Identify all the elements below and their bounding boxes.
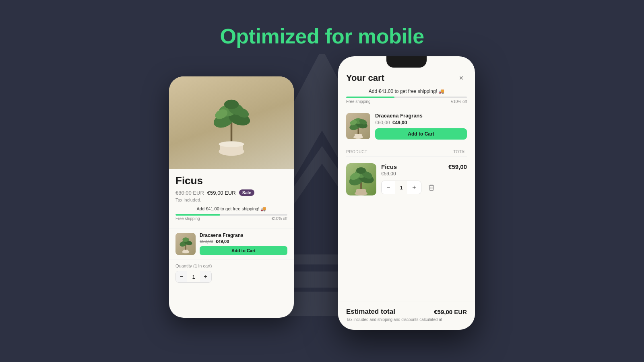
cart-upsell-image <box>346 113 370 139</box>
cart-item-image <box>346 163 376 195</box>
cart-qty-decrease-button[interactable]: − <box>382 181 395 194</box>
cart-table-header: PRODUCT TOTAL <box>346 147 467 157</box>
svg-point-36 <box>356 167 366 174</box>
upsell-original-price: €60,00 <box>200 239 213 244</box>
quantity-increase-button[interactable]: + <box>200 271 211 282</box>
cart-content: Your cart × Add €41.00 to get free shipp… <box>338 56 475 330</box>
col-total-header: TOTAL <box>453 150 467 154</box>
cart-upsell-original-price: €60,00 <box>375 120 390 125</box>
price-sale: €59,00 EUR <box>207 190 236 196</box>
cart-header: Your cart × <box>346 72 467 84</box>
svg-point-19 <box>182 237 189 242</box>
svg-point-10 <box>224 100 239 109</box>
cart-item-name: Ficus <box>381 163 444 170</box>
cart-progress-bar <box>346 97 467 98</box>
upsell-sale-price: €49,00 <box>216 239 229 244</box>
upsell-section: Dracaena Fragrans €60,00 €49,00 Add to C… <box>169 228 294 259</box>
svg-rect-21 <box>355 134 362 138</box>
upsell-image <box>175 233 196 255</box>
quantity-section: Quantity (1 in cart) − 1 + <box>169 259 294 287</box>
svg-rect-15 <box>183 250 188 253</box>
price-row: €80,00 EUR €59,00 EUR Sale <box>175 189 287 196</box>
cart-item-details: Ficus €59,00 − 1 + <box>381 163 444 194</box>
cart-discount-label: €10% off <box>451 99 467 104</box>
cart-item-total: €59,00 <box>448 163 467 170</box>
svg-point-13 <box>219 141 244 147</box>
estimated-total-label: Estimated total <box>346 308 395 316</box>
product-info: Ficus €80,00 EUR €59,00 EUR Sale Tax inc… <box>169 169 294 228</box>
phone-notch <box>386 56 427 68</box>
cart-qty-value: 1 <box>395 185 407 191</box>
price-original: €80,00 EUR <box>175 190 204 196</box>
cart-item-unit-price: €59,00 <box>381 171 444 177</box>
cart-progress-labels: Free shipping €10% off <box>346 99 467 104</box>
quantity-decrease-button[interactable]: − <box>176 271 187 282</box>
right-phone: Your cart × Add €41.00 to get free shipp… <box>338 56 475 330</box>
col-product-header: PRODUCT <box>346 150 367 154</box>
cart-upsell-info: Dracaena Fragrans €60,00 €49,00 Add to C… <box>375 113 467 140</box>
cart-qty-increase-button[interactable]: + <box>407 181 421 194</box>
quantity-value: 1 <box>187 274 200 280</box>
cart-qty-controls: − 1 + <box>381 181 421 194</box>
svg-rect-29 <box>356 189 366 195</box>
upsell-name: Dracaena Fragrans <box>200 232 287 238</box>
estimated-total-value: €59,00 EUR <box>434 309 467 315</box>
cart-upsell-sale-price: €49,00 <box>392 120 407 125</box>
quantity-stepper: − 1 + <box>175 271 212 283</box>
left-phone: Ficus €80,00 EUR €59,00 EUR Sale Tax inc… <box>169 76 294 318</box>
cart-upsell-section: Dracaena Fragrans €60,00 €49,00 Add to C… <box>346 109 467 143</box>
cart-shipping-banner: Add €41.00 to get free shipping! 🚚 <box>346 88 467 94</box>
free-shipping-label: Free shipping <box>175 216 200 221</box>
estimated-total-row: Estimated total €59,00 EUR <box>346 308 467 316</box>
cart-upsell-prices: €60,00 €49,00 <box>375 120 467 125</box>
cart-add-to-cart-button[interactable]: Add to Cart <box>375 128 467 140</box>
cart-item-right: €59,00 <box>448 163 467 170</box>
upsell-info: Dracaena Fragrans €60,00 €49,00 Add to C… <box>200 232 287 255</box>
shipping-banner: Add €41.00 to get free shipping! 🚚 <box>175 206 287 212</box>
page-title: Optimized for mobile <box>220 24 424 48</box>
upsell-add-to-cart-button[interactable]: Add to Cart <box>200 246 287 255</box>
product-image <box>169 76 294 169</box>
cart-delete-button[interactable] <box>428 184 435 194</box>
cart-item: Ficus €59,00 − 1 + <box>346 160 467 199</box>
cart-free-shipping-label: Free shipping <box>346 99 371 104</box>
cart-title: Your cart <box>346 73 384 83</box>
progress-bar: Free shipping €10% off <box>175 214 287 221</box>
discount-label: €10% off <box>272 216 287 221</box>
cart-upsell-name: Dracaena Fragrans <box>375 113 467 119</box>
phones-container: Ficus €80,00 EUR €59,00 EUR Sale Tax inc… <box>169 56 475 338</box>
cart-footer: Estimated total €59,00 EUR Tax included … <box>338 302 475 330</box>
sale-badge: Sale <box>239 189 255 196</box>
cart-footer-note: Tax included and shipping and discounts … <box>346 317 467 322</box>
tax-note: Tax included. <box>175 197 287 202</box>
quantity-label: Quantity (1 in cart) <box>175 263 287 268</box>
product-name: Ficus <box>175 175 287 187</box>
close-cart-button[interactable]: × <box>456 72 467 84</box>
